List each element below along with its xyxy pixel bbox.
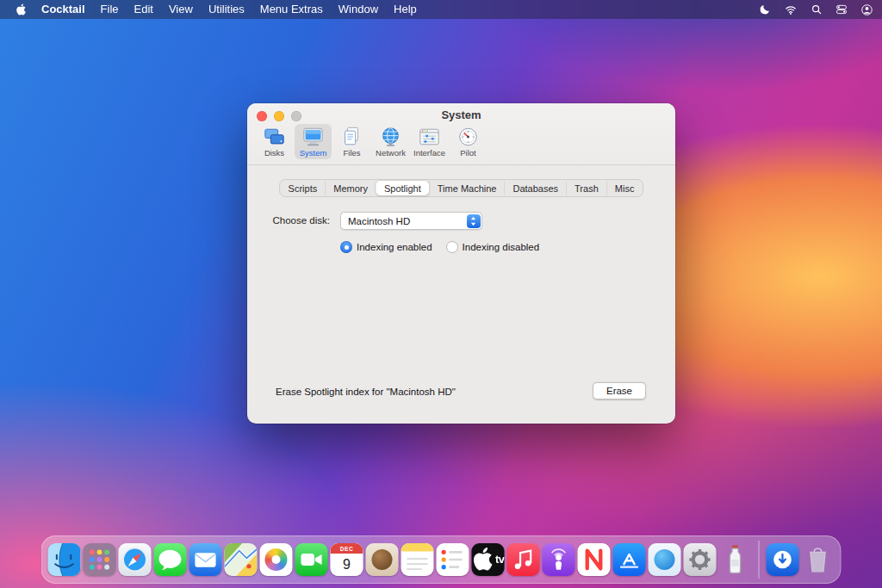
dock-trash[interactable] — [802, 543, 835, 576]
tab-spotlight[interactable]: Spotlight — [376, 181, 429, 195]
tab-databases[interactable]: Databases — [504, 181, 566, 195]
dock-separator — [755, 541, 764, 579]
menu-left: Cocktail FileEditViewUtilitiesMenu Extra… — [9, 0, 425, 19]
radio-label: Indexing enabled — [357, 242, 432, 252]
dock-app-store[interactable] — [613, 543, 646, 576]
choose-disk-label: Choose disk: — [263, 215, 330, 226]
radio-label: Indexing disabled — [463, 242, 540, 252]
tab-misc[interactable]: Misc — [606, 181, 643, 195]
window-content: ScriptsMemorySpotlightTime MachineDataba… — [247, 165, 675, 423]
dock-system-preferences[interactable] — [684, 543, 717, 576]
traffic-lights — [257, 111, 301, 121]
system-window: System DisksSystemFilesNetworkInterfaceP… — [247, 103, 675, 424]
dock-notes[interactable] — [401, 543, 434, 576]
toolbar-label: Interface — [413, 148, 445, 158]
toolbar-label: Network — [376, 148, 406, 158]
toolbar-label: Pilot — [460, 148, 475, 158]
toolbar-label: Disks — [264, 148, 284, 158]
radio-circle — [446, 241, 458, 253]
tab-memory[interactable]: Memory — [325, 181, 376, 195]
radio-indexing-enabled[interactable]: Indexing enabled — [340, 241, 432, 253]
toolbar-pilot[interactable]: Pilot — [450, 124, 487, 159]
toolbar-system[interactable]: System — [295, 124, 332, 159]
dock-podcasts[interactable] — [543, 543, 575, 576]
minimize-button[interactable] — [274, 111, 284, 121]
tv-logo-text: tv — [495, 553, 505, 566]
menu-bar: Cocktail FileEditViewUtilitiesMenu Extra… — [0, 0, 882, 19]
disks-icon — [263, 126, 286, 148]
tab-bar: ScriptsMemorySpotlightTime MachineDataba… — [279, 179, 644, 197]
dock-messages[interactable] — [154, 543, 187, 576]
dock-finder[interactable] — [48, 543, 81, 576]
toolbar-label: System — [300, 148, 327, 158]
dock-photos[interactable] — [260, 543, 293, 576]
window-toolbar: DisksSystemFilesNetworkInterfacePilot — [256, 124, 487, 159]
files-icon — [340, 126, 363, 148]
dock-downloads[interactable] — [767, 543, 799, 576]
disk-select[interactable]: Macintosh HD — [340, 212, 482, 230]
menu-edit[interactable]: Edit — [127, 0, 161, 19]
erase-caption: Erase Spotlight index for "Macintosh HD" — [276, 387, 456, 397]
toolbar-disks[interactable]: Disks — [256, 124, 293, 159]
menu-utilities[interactable]: Utilities — [201, 0, 252, 19]
dock-reminders[interactable] — [437, 543, 469, 576]
dock-launchpad[interactable] — [84, 543, 116, 576]
tab-trash[interactable]: Trash — [566, 181, 606, 195]
dock-calendar[interactable]: DEC9 — [331, 543, 363, 576]
photos-pinwheel — [265, 548, 288, 571]
menu-help[interactable]: Help — [386, 0, 425, 19]
dark-mode-icon[interactable] — [759, 3, 771, 15]
menu-view[interactable]: View — [161, 0, 201, 19]
dock-app-brown[interactable] — [366, 543, 399, 576]
dock-news[interactable] — [578, 543, 611, 576]
menu-items: FileEditViewUtilitiesMenu ExtrasWindowHe… — [93, 0, 425, 19]
toolbar-interface[interactable]: Interface — [411, 124, 448, 159]
dock-facetime[interactable] — [295, 543, 328, 576]
window-title: System — [247, 103, 675, 121]
control-center-icon[interactable] — [835, 3, 848, 15]
toolbar-files[interactable]: Files — [333, 124, 370, 159]
dock-cocktail[interactable] — [719, 543, 752, 576]
menu-menu-extras[interactable]: Menu Extras — [252, 0, 331, 19]
wifi-icon[interactable] — [784, 3, 798, 16]
popup-stepper-icon — [467, 214, 481, 228]
menu-status-area — [759, 3, 873, 16]
tab-time-machine[interactable]: Time Machine — [429, 181, 505, 195]
window-titlebar[interactable]: System DisksSystemFilesNetworkInterfaceP… — [247, 103, 675, 165]
search-icon[interactable] — [811, 3, 823, 15]
calendar-month: DEC — [331, 543, 363, 554]
close-button[interactable] — [257, 111, 267, 121]
dock-safari[interactable] — [119, 543, 152, 576]
dock-app-blue[interactable] — [649, 543, 681, 576]
dock-mail[interactable] — [189, 543, 222, 576]
indexing-radio-group: Indexing enabledIndexing disabled — [340, 241, 539, 253]
menu-window[interactable]: Window — [331, 0, 386, 19]
dock-maps[interactable] — [225, 543, 258, 576]
system-icon — [301, 126, 325, 148]
pilot-icon — [457, 126, 480, 148]
network-icon — [379, 126, 402, 148]
apple-logo-icon[interactable] — [9, 3, 34, 16]
calendar-day: 9 — [331, 554, 363, 576]
menu-file[interactable]: File — [93, 0, 127, 19]
dock-music[interactable] — [507, 543, 540, 576]
toolbar-network[interactable]: Network — [372, 124, 409, 159]
toolbar-label: Files — [343, 148, 360, 158]
app-menu-cocktail[interactable]: Cocktail — [34, 0, 93, 19]
tab-scripts[interactable]: Scripts — [281, 181, 326, 195]
radio-circle — [340, 241, 352, 253]
account-icon[interactable] — [860, 3, 873, 16]
erase-button[interactable]: Erase — [593, 382, 646, 399]
dock-tv[interactable]: tv — [472, 543, 505, 576]
dock: DEC9tv — [41, 535, 842, 584]
zoom-button-disabled — [291, 111, 301, 121]
disk-select-value: Macintosh HD — [341, 216, 467, 226]
radio-indexing-disabled[interactable]: Indexing disabled — [446, 241, 540, 253]
interface-icon — [418, 126, 441, 148]
